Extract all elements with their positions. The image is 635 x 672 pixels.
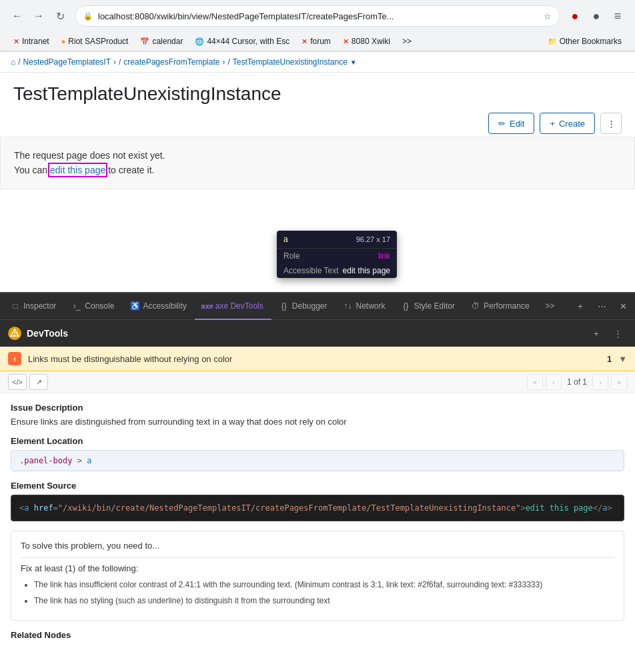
page-header: TestTemplateUnexistingInstance <box>0 73 635 110</box>
issue-description-text: Ensure links are distinguished from surr… <box>11 417 624 427</box>
axe-logo-icon <box>10 329 19 338</box>
star-icon[interactable]: ☆ <box>544 11 552 21</box>
create-button[interactable]: + Create <box>540 113 595 134</box>
accessibility-icon: ♿ <box>130 301 139 311</box>
devtools-new-panel-button[interactable]: + <box>571 297 590 316</box>
pagination-first-button[interactable]: « <box>527 374 543 390</box>
notice-box: The request page does not exist yet. You… <box>0 137 635 189</box>
page-actions: ✏ Edit + Create ⋮ <box>0 110 635 137</box>
edit-button[interactable]: ✏ Edit <box>488 113 534 134</box>
last-icon: » <box>617 378 621 386</box>
back-button[interactable]: ← <box>8 7 27 25</box>
pagination-info: 1 of 1 <box>564 377 590 387</box>
tab-console[interactable]: ›_ Console <box>64 293 122 320</box>
devtools-options2-button[interactable]: ⋮ <box>608 324 627 343</box>
nav-bar: ← → ↻ 🔒 localhost:8080/xwiki/bin/view/Ne… <box>0 0 635 32</box>
breadcrumb-sep2: / <box>119 57 121 67</box>
tab-axe[interactable]: axe axe DevTools <box>195 293 271 320</box>
notice-line1: The request page does not exist yet. <box>14 148 621 163</box>
breadcrumb-dropdown-icon[interactable]: ▼ <box>350 59 357 66</box>
pagination-last-button[interactable]: » <box>611 374 627 390</box>
bookmark-other-folder[interactable]: 📁 Other Bookmarks <box>542 35 627 48</box>
fix-item-1: The link has insufficient color contrast… <box>34 579 614 591</box>
devtools-title: DevTools <box>27 328 68 339</box>
issue-bar[interactable]: Links must be distinguishable without re… <box>0 347 635 371</box>
tab-more[interactable]: >> <box>538 293 563 320</box>
axe-icon: axe <box>203 301 212 311</box>
devtools-header-right: + ⋮ <box>587 324 627 343</box>
tab-network[interactable]: ↑↓ Network <box>336 293 394 320</box>
home-icon[interactable]: ⌂ <box>11 57 15 67</box>
pagination-prev-button[interactable]: ‹ <box>546 374 562 390</box>
forward-icon: → <box>33 10 44 22</box>
reload-button[interactable]: ↻ <box>51 7 69 25</box>
network-icon: ↑↓ <box>344 301 353 311</box>
tab-style-editor-label: Style Editor <box>414 301 455 311</box>
debugger-icon: {} <box>279 301 289 311</box>
calendar-icon: 📅 <box>140 37 149 46</box>
tab-inspector-label: Inspector <box>23 301 56 311</box>
breadcrumb: ⌂ / NestedPageTemplatesIT › / createPage… <box>0 52 635 73</box>
related-nodes-title: Related Nodes <box>11 630 624 640</box>
bookmark-xwiki[interactable]: ✕ 8080 Xwiki <box>338 35 396 48</box>
page-title: TestTemplateUnexistingInstance <box>13 83 622 105</box>
create-plus-icon: + <box>550 119 555 129</box>
tooltip-accessible-text-row: Accessible Text edit this page <box>277 263 397 278</box>
breadcrumb-nested[interactable]: NestedPageTemplatesIT <box>23 57 111 67</box>
pagination-of: of <box>574 377 582 387</box>
cursor-icon: 🌐 <box>195 37 204 46</box>
solution-title: To solve this problem, you need to... <box>21 541 614 551</box>
security-icon: 🔒 <box>83 12 93 21</box>
breadcrumb-create[interactable]: createPagesFromTemplate <box>123 57 219 67</box>
open-link-button[interactable]: ↗ <box>29 374 48 390</box>
devtools-options-button[interactable]: ⋯ <box>592 297 611 316</box>
devtools-close-button[interactable]: ✕ <box>614 297 632 316</box>
bookmark-riot[interactable]: ● Riot SASProduct <box>56 35 134 48</box>
tooltip-accessible-text-label: Accessible Text <box>283 266 338 275</box>
element-source-title: Element Source <box>11 481 624 491</box>
menu-button[interactable]: ≡ <box>608 7 627 25</box>
tab-accessibility[interactable]: ♿ Accessibility <box>122 293 194 320</box>
tab-inspector[interactable]: □ Inspector <box>3 293 64 320</box>
tab-debugger[interactable]: {} Debugger <box>271 293 336 320</box>
bookmark-cursor[interactable]: 🌐 44×44 Cursor, with Esc <box>189 35 295 48</box>
breadcrumb-current: TestTemplateUnexistingInstance ▼ <box>233 57 357 67</box>
issue-expand-icon[interactable]: ▼ <box>618 354 627 364</box>
bookmark-intranet[interactable]: ✕ Intranet <box>8 35 55 48</box>
more-bookmarks[interactable]: >> <box>397 35 417 48</box>
tab-style-editor[interactable]: {} Style Editor <box>394 293 463 320</box>
accessibility-tooltip: a 96.27 x 17 Role link Accessible Text e… <box>277 231 397 278</box>
tooltip-role-row: Role link <box>277 249 397 263</box>
tab-performance-label: Performance <box>484 301 530 311</box>
bookmark-forum[interactable]: ✕ forum <box>296 35 336 48</box>
issue-warning-icon <box>8 352 21 365</box>
tab-performance[interactable]: ⏱ Performance <box>463 293 538 320</box>
bookmark-calendar[interactable]: 📅 calendar <box>135 35 188 48</box>
tab-axe-label: axe DevTools <box>215 301 263 311</box>
console-icon: ›_ <box>72 301 81 311</box>
fix-item-2: The link has no styling (such as underli… <box>34 595 614 607</box>
view-source-button[interactable]: </> <box>8 374 27 390</box>
tooltip-role-label: Role <box>283 251 300 261</box>
more-button[interactable]: ⋮ <box>600 113 622 134</box>
address-bar[interactable]: 🔒 localhost:8080/xwiki/bin/view/NestedPa… <box>75 5 560 27</box>
devtools-add-button[interactable]: + <box>587 324 606 343</box>
profile-button[interactable]: ● <box>587 7 606 25</box>
edit-this-page-link[interactable]: edit this page <box>50 165 105 175</box>
reload-icon: ↻ <box>56 10 65 23</box>
inspector-icon: □ <box>11 301 20 311</box>
pagination-next-button[interactable]: › <box>592 374 608 390</box>
forward-button[interactable]: → <box>29 7 48 25</box>
nav-buttons: ← → ↻ <box>8 7 69 25</box>
tab-accessibility-label: Accessibility <box>143 301 186 311</box>
tooltip-header: a 96.27 x 17 <box>277 231 397 249</box>
detail-area: Issue Description Ensure links are disti… <box>0 393 635 672</box>
breadcrumb-sep1: / <box>18 57 20 67</box>
style-editor-icon: {} <box>402 301 411 311</box>
performance-icon: ⏱ <box>471 301 480 311</box>
issue-count: 1 <box>607 354 612 364</box>
element-location-code: .panel-body > a <box>11 450 624 471</box>
extensions-button[interactable]: ● <box>566 7 584 25</box>
address-text: localhost:8080/xwiki/bin/view/NestedPage… <box>98 11 538 21</box>
solution-list: The link has insufficient color contrast… <box>21 579 614 607</box>
